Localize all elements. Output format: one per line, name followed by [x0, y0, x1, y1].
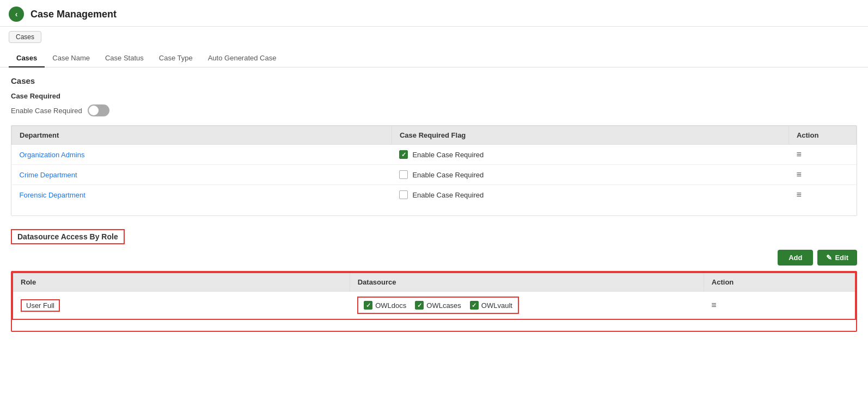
dept-org-admins[interactable]: Organization Admins	[20, 151, 85, 159]
case-required-subsection-title: Case Required	[11, 92, 857, 100]
flag-label-2: Enable Case Required	[412, 191, 484, 199]
datasource-section-title: Datasource Access By Role	[11, 229, 125, 244]
col-department: Department	[12, 126, 392, 145]
enable-case-required-label: Enable Case Required	[11, 107, 82, 115]
action-menu-2[interactable]: ≡	[796, 190, 801, 199]
datasource-cell: OWLdocs OWLcases OWLvault	[357, 297, 519, 314]
action-menu-0[interactable]: ≡	[796, 150, 801, 159]
table-row: User Full OWLdocs OWLcases	[13, 292, 855, 320]
page-title: Case Management	[30, 9, 117, 20]
case-required-checkbox-2[interactable]	[399, 190, 408, 199]
dept-crime[interactable]: Crime Department	[20, 171, 77, 179]
breadcrumb-cases-button[interactable]: Cases	[9, 31, 41, 43]
flag-label-1: Enable Case Required	[412, 171, 484, 179]
edit-button[interactable]: ✎ Edit	[817, 250, 857, 266]
ds-action-menu-0[interactable]: ≡	[711, 300, 716, 310]
tab-case-type[interactable]: Case Type	[151, 50, 200, 67]
datasource-table: Role Datasource Action User Full	[12, 272, 856, 320]
owlvault-label: OWLvault	[481, 301, 512, 310]
back-button[interactable]: ‹	[9, 7, 24, 22]
action-menu-1[interactable]: ≡	[796, 170, 801, 179]
col-ds-action: Action	[704, 273, 855, 292]
case-flag-cell-1: Enable Case Required	[399, 170, 781, 179]
tab-case-name[interactable]: Case Name	[45, 50, 97, 67]
chevron-left-icon: ‹	[15, 10, 18, 18]
dept-forensic[interactable]: Forensic Department	[20, 191, 85, 199]
tab-bar: Cases Case Name Case Status Case Type Au…	[0, 50, 868, 67]
table-row: Organization Admins Enable Case Required…	[12, 145, 857, 165]
cases-section-title: Cases	[11, 76, 857, 85]
case-flag-cell-0: Enable Case Required	[399, 150, 781, 159]
ds-owlcases: OWLcases	[415, 301, 461, 310]
case-required-checkbox-0[interactable]	[399, 150, 408, 159]
col-action: Action	[788, 126, 856, 145]
pencil-icon: ✎	[826, 254, 832, 262]
ds-owlvault: OWLvault	[470, 301, 512, 310]
case-flag-cell-2: Enable Case Required	[399, 190, 781, 199]
tab-case-status[interactable]: Case Status	[97, 50, 151, 67]
enable-case-required-toggle[interactable]	[88, 104, 109, 116]
owldocs-checkbox[interactable]	[364, 301, 372, 310]
owlvault-checkbox[interactable]	[470, 301, 479, 310]
col-datasource: Datasource	[350, 273, 704, 292]
role-cell: User Full	[21, 299, 60, 312]
flag-label-0: Enable Case Required	[412, 151, 484, 159]
col-case-required-flag: Case Required Flag	[392, 126, 788, 145]
ds-owldocs: OWLdocs	[364, 301, 406, 310]
case-required-table: Department Case Required Flag Action Org…	[11, 126, 857, 205]
owldocs-label: OWLdocs	[375, 301, 406, 310]
col-role: Role	[13, 273, 350, 292]
tab-auto-generated-case[interactable]: Auto Generated Case	[200, 50, 284, 67]
owlcases-checkbox[interactable]	[415, 301, 424, 310]
table-row: Crime Department Enable Case Required ≡	[12, 165, 857, 185]
add-button[interactable]: Add	[778, 250, 813, 266]
table-row: Forensic Department Enable Case Required…	[12, 185, 857, 205]
tab-cases[interactable]: Cases	[9, 50, 45, 67]
owlcases-label: OWLcases	[426, 301, 461, 310]
case-required-checkbox-1[interactable]	[399, 170, 408, 179]
toggle-knob	[89, 106, 99, 115]
